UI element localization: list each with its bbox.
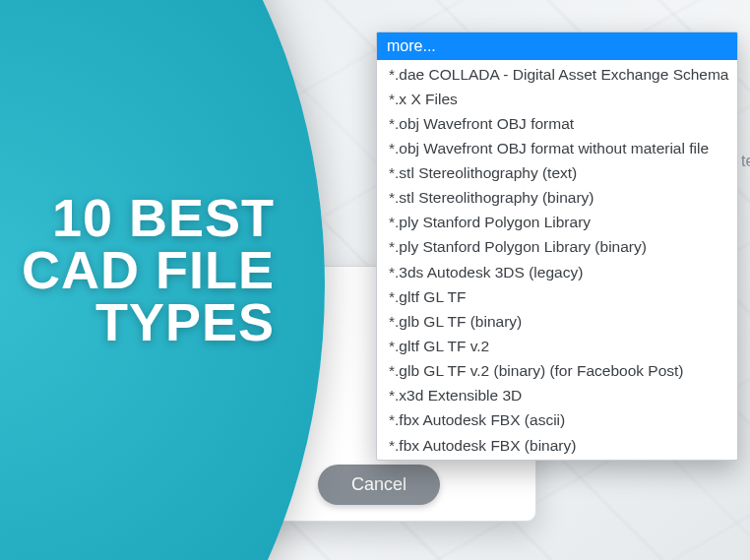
dropdown-item[interactable]: *.ply Stanford Polygon Library bbox=[377, 211, 737, 235]
dropdown-item[interactable]: *.x3d Extensible 3D bbox=[377, 384, 737, 408]
dropdown-item[interactable]: *.glb GL TF v.2 (binary) (for Facebook P… bbox=[377, 359, 737, 384]
hero-headline: 10 BEST CAD FILE TYPES bbox=[22, 192, 275, 348]
dropdown-item[interactable]: *.3ds Autodesk 3DS (legacy) bbox=[377, 260, 737, 284]
dropdown-item[interactable]: *.glb GL TF (binary) bbox=[377, 309, 737, 334]
dropdown-item[interactable]: *.stl Stereolithography (text) bbox=[377, 161, 737, 186]
cancel-button[interactable]: Cancel bbox=[318, 465, 440, 505]
dropdown-item[interactable]: *.ply Stanford Polygon Library (binary) bbox=[377, 235, 737, 260]
format-dropdown: more... *.dae COLLADA - Digital Asset Ex… bbox=[376, 31, 738, 461]
dropdown-item[interactable]: *.gltf GL TF v.2 bbox=[377, 335, 737, 359]
dropdown-item[interactable]: *.dae COLLADA - Digital Asset Exchange S… bbox=[377, 62, 737, 87]
peek-text: te bbox=[741, 153, 750, 170]
dropdown-item[interactable]: *.obj Wavefront OBJ format without mater… bbox=[377, 136, 737, 160]
dropdown-list: *.dae COLLADA - Digital Asset Exchange S… bbox=[377, 60, 737, 460]
dropdown-item[interactable]: *.fbx Autodesk FBX (ascii) bbox=[377, 408, 737, 433]
dropdown-item[interactable]: *.fbx Autodesk FBX (binary) bbox=[377, 433, 737, 458]
dropdown-item[interactable]: *.obj Wavefront OBJ format bbox=[377, 111, 737, 136]
dropdown-header[interactable]: more... bbox=[377, 32, 737, 60]
dropdown-item[interactable]: *.x X Files bbox=[377, 87, 737, 111]
dropdown-item[interactable]: *.stl Stereolithography (binary) bbox=[377, 186, 737, 211]
dropdown-item[interactable]: *.gltf GL TF bbox=[377, 284, 737, 309]
